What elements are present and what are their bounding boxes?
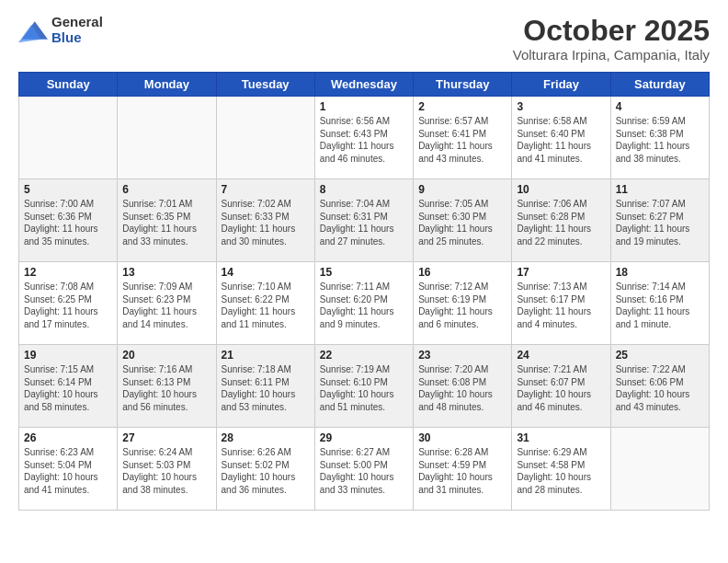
calendar-cell: 14Sunrise: 7:10 AM Sunset: 6:22 PM Dayli… <box>216 262 314 345</box>
logo: General Blue <box>18 15 103 45</box>
calendar-cell: 27Sunrise: 6:24 AM Sunset: 5:03 PM Dayli… <box>118 428 216 511</box>
day-number: 15 <box>320 266 408 279</box>
logo-general-text: General <box>51 15 103 30</box>
calendar-cell: 22Sunrise: 7:19 AM Sunset: 6:10 PM Dayli… <box>314 345 413 428</box>
cell-info: Sunrise: 7:13 AM Sunset: 6:17 PM Dayligh… <box>517 281 605 330</box>
weekday-header-tuesday: Tuesday <box>216 73 314 97</box>
day-number: 18 <box>616 266 704 279</box>
cell-info: Sunrise: 6:23 AM Sunset: 5:04 PM Dayligh… <box>24 446 112 496</box>
day-number: 7 <box>222 183 310 196</box>
cell-info: Sunrise: 7:11 AM Sunset: 6:20 PM Dayligh… <box>320 281 408 330</box>
cell-info: Sunrise: 6:29 AM Sunset: 4:58 PM Dayligh… <box>517 446 605 496</box>
calendar-subtitle: Volturara Irpina, Campania, Italy <box>513 47 710 63</box>
calendar-cell: 23Sunrise: 7:20 AM Sunset: 6:08 PM Dayli… <box>414 345 512 428</box>
calendar-table: SundayMondayTuesdayWednesdayThursdayFrid… <box>18 72 710 511</box>
cell-info: Sunrise: 7:18 AM Sunset: 6:11 PM Dayligh… <box>222 363 310 413</box>
cell-info: Sunrise: 6:58 AM Sunset: 6:40 PM Dayligh… <box>517 115 605 165</box>
cell-info: Sunrise: 7:20 AM Sunset: 6:08 PM Dayligh… <box>418 363 506 413</box>
calendar-week-1: 1Sunrise: 6:56 AM Sunset: 6:43 PM Daylig… <box>19 97 710 179</box>
cell-info: Sunrise: 6:26 AM Sunset: 5:02 PM Dayligh… <box>222 446 310 496</box>
weekday-header-sunday: Sunday <box>19 73 118 97</box>
day-number: 9 <box>418 183 506 196</box>
day-number: 29 <box>320 431 408 444</box>
weekday-header-friday: Friday <box>512 73 610 97</box>
calendar-week-3: 12Sunrise: 7:08 AM Sunset: 6:25 PM Dayli… <box>19 262 710 345</box>
page-header: General Blue October 2025 Volturara Irpi… <box>18 15 710 63</box>
cell-info: Sunrise: 7:15 AM Sunset: 6:14 PM Dayligh… <box>24 363 112 413</box>
day-number: 2 <box>418 100 506 113</box>
calendar-cell: 28Sunrise: 6:26 AM Sunset: 5:02 PM Dayli… <box>216 428 314 511</box>
cell-info: Sunrise: 6:28 AM Sunset: 4:59 PM Dayligh… <box>418 446 506 496</box>
cell-info: Sunrise: 7:12 AM Sunset: 6:19 PM Dayligh… <box>418 281 506 330</box>
title-section: October 2025 Volturara Irpina, Campania,… <box>513 15 710 63</box>
day-number: 22 <box>320 349 408 362</box>
day-number: 27 <box>122 431 210 444</box>
calendar-cell <box>216 97 314 179</box>
calendar-cell: 1Sunrise: 6:56 AM Sunset: 6:43 PM Daylig… <box>314 97 413 179</box>
day-number: 24 <box>517 349 605 362</box>
calendar-cell: 25Sunrise: 7:22 AM Sunset: 6:06 PM Dayli… <box>610 345 709 428</box>
calendar-cell <box>118 97 216 179</box>
day-number: 20 <box>122 349 210 362</box>
cell-info: Sunrise: 6:57 AM Sunset: 6:41 PM Dayligh… <box>418 115 506 165</box>
day-number: 6 <box>122 183 210 196</box>
calendar-week-5: 26Sunrise: 6:23 AM Sunset: 5:04 PM Dayli… <box>19 428 710 511</box>
day-number: 13 <box>122 266 210 279</box>
calendar-cell: 17Sunrise: 7:13 AM Sunset: 6:17 PM Dayli… <box>512 262 610 345</box>
cell-info: Sunrise: 7:16 AM Sunset: 6:13 PM Dayligh… <box>122 363 210 413</box>
cell-info: Sunrise: 7:02 AM Sunset: 6:33 PM Dayligh… <box>222 198 310 247</box>
calendar-cell: 8Sunrise: 7:04 AM Sunset: 6:31 PM Daylig… <box>314 179 413 262</box>
logo-text: General Blue <box>51 15 103 45</box>
cell-info: Sunrise: 6:24 AM Sunset: 5:03 PM Dayligh… <box>122 446 210 496</box>
cell-info: Sunrise: 6:56 AM Sunset: 6:43 PM Dayligh… <box>320 115 408 165</box>
cell-info: Sunrise: 7:09 AM Sunset: 6:23 PM Dayligh… <box>122 281 210 330</box>
day-number: 8 <box>320 183 408 196</box>
weekday-header-saturday: Saturday <box>610 73 709 97</box>
cell-info: Sunrise: 7:22 AM Sunset: 6:06 PM Dayligh… <box>616 363 704 413</box>
calendar-cell: 11Sunrise: 7:07 AM Sunset: 6:27 PM Dayli… <box>610 179 709 262</box>
calendar-cell: 10Sunrise: 7:06 AM Sunset: 6:28 PM Dayli… <box>512 179 610 262</box>
cell-info: Sunrise: 7:04 AM Sunset: 6:31 PM Dayligh… <box>320 198 408 247</box>
cell-info: Sunrise: 7:08 AM Sunset: 6:25 PM Dayligh… <box>24 281 112 330</box>
calendar-cell <box>19 97 118 179</box>
day-number: 11 <box>616 183 704 196</box>
calendar-cell: 18Sunrise: 7:14 AM Sunset: 6:16 PM Dayli… <box>610 262 709 345</box>
calendar-cell: 16Sunrise: 7:12 AM Sunset: 6:19 PM Dayli… <box>414 262 512 345</box>
day-number: 28 <box>222 431 310 444</box>
calendar-cell: 9Sunrise: 7:05 AM Sunset: 6:30 PM Daylig… <box>414 179 512 262</box>
calendar-cell: 29Sunrise: 6:27 AM Sunset: 5:00 PM Dayli… <box>314 428 413 511</box>
cell-info: Sunrise: 6:27 AM Sunset: 5:00 PM Dayligh… <box>320 446 408 496</box>
day-number: 1 <box>320 100 408 113</box>
calendar-week-2: 5Sunrise: 7:00 AM Sunset: 6:36 PM Daylig… <box>19 179 710 262</box>
day-number: 14 <box>222 266 310 279</box>
day-number: 30 <box>418 431 506 444</box>
day-number: 21 <box>222 349 310 362</box>
cell-info: Sunrise: 7:07 AM Sunset: 6:27 PM Dayligh… <box>616 198 704 247</box>
cell-info: Sunrise: 7:00 AM Sunset: 6:36 PM Dayligh… <box>24 198 112 247</box>
day-number: 3 <box>517 100 605 113</box>
day-number: 19 <box>24 349 112 362</box>
calendar-cell: 24Sunrise: 7:21 AM Sunset: 6:07 PM Dayli… <box>512 345 610 428</box>
cell-info: Sunrise: 7:10 AM Sunset: 6:22 PM Dayligh… <box>222 281 310 330</box>
day-number: 17 <box>517 266 605 279</box>
calendar-cell: 13Sunrise: 7:09 AM Sunset: 6:23 PM Dayli… <box>118 262 216 345</box>
weekday-header-wednesday: Wednesday <box>314 73 413 97</box>
cell-info: Sunrise: 6:59 AM Sunset: 6:38 PM Dayligh… <box>616 115 704 165</box>
day-number: 31 <box>517 431 605 444</box>
calendar-cell: 2Sunrise: 6:57 AM Sunset: 6:41 PM Daylig… <box>414 97 512 179</box>
calendar-cell: 7Sunrise: 7:02 AM Sunset: 6:33 PM Daylig… <box>216 179 314 262</box>
day-number: 23 <box>418 349 506 362</box>
calendar-cell: 3Sunrise: 6:58 AM Sunset: 6:40 PM Daylig… <box>512 97 610 179</box>
calendar-cell: 4Sunrise: 6:59 AM Sunset: 6:38 PM Daylig… <box>610 97 709 179</box>
day-number: 26 <box>24 431 112 444</box>
calendar-cell: 19Sunrise: 7:15 AM Sunset: 6:14 PM Dayli… <box>19 345 118 428</box>
calendar-cell: 20Sunrise: 7:16 AM Sunset: 6:13 PM Dayli… <box>118 345 216 428</box>
day-number: 16 <box>418 266 506 279</box>
cell-info: Sunrise: 7:05 AM Sunset: 6:30 PM Dayligh… <box>418 198 506 247</box>
calendar-body: 1Sunrise: 6:56 AM Sunset: 6:43 PM Daylig… <box>19 97 710 511</box>
calendar-week-4: 19Sunrise: 7:15 AM Sunset: 6:14 PM Dayli… <box>19 345 710 428</box>
cell-info: Sunrise: 7:06 AM Sunset: 6:28 PM Dayligh… <box>517 198 605 247</box>
calendar-cell: 12Sunrise: 7:08 AM Sunset: 6:25 PM Dayli… <box>19 262 118 345</box>
cell-info: Sunrise: 7:19 AM Sunset: 6:10 PM Dayligh… <box>320 363 408 413</box>
logo-icon <box>18 17 48 43</box>
